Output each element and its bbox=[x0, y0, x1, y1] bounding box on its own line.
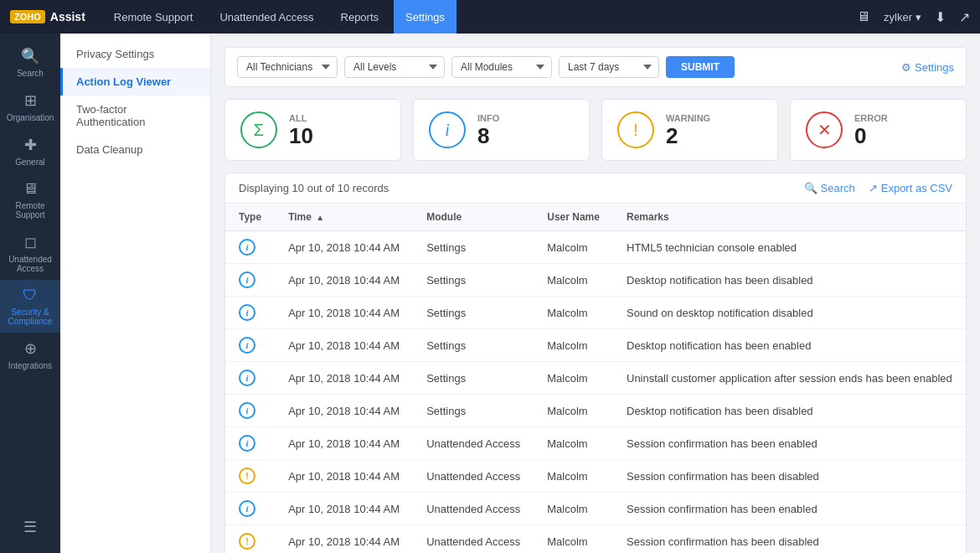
cell-type: i bbox=[225, 362, 275, 395]
cell-module: Unattended Access bbox=[413, 427, 534, 460]
stat-icon-error: ✕ bbox=[806, 111, 843, 148]
cell-user: Malcolm bbox=[534, 525, 613, 554]
cell-remarks: Sound on desktop notification disabled bbox=[613, 297, 966, 329]
col-username: User Name bbox=[534, 204, 613, 231]
cell-module: Unattended Access bbox=[413, 525, 534, 554]
type-icon-info: i bbox=[239, 239, 255, 256]
settings-link[interactable]: ⚙ Settings bbox=[901, 61, 954, 74]
export-action[interactable]: ↗ Export as CSV bbox=[869, 182, 952, 194]
app-logo: ZOHO Assist bbox=[10, 10, 85, 23]
cell-module: Settings bbox=[413, 395, 534, 427]
cell-type: i bbox=[225, 231, 275, 264]
log-table: Type Time ▲ Module User Name Remarks i A… bbox=[225, 204, 966, 553]
sidebar-item-remote-support[interactable]: 🖥 Remote Support bbox=[0, 173, 60, 226]
download-icon[interactable]: ⬇ bbox=[935, 9, 946, 25]
stat-value-all: 10 bbox=[289, 125, 313, 147]
sub-sidebar-two-factor-auth[interactable]: Two-factor Authentication bbox=[60, 96, 210, 136]
user-menu[interactable]: zylker ▾ bbox=[884, 11, 921, 23]
col-remarks: Remarks bbox=[613, 204, 966, 231]
sidebar-item-organisation[interactable]: ⊞ Organisation bbox=[0, 85, 60, 129]
user-dropdown-icon: ▾ bbox=[916, 11, 921, 23]
sub-sidebar: Privacy Settings Action Log Viewer Two-f… bbox=[60, 34, 211, 553]
general-icon: ✚ bbox=[24, 136, 37, 154]
sub-sidebar-data-cleanup[interactable]: Data Cleanup bbox=[60, 136, 210, 163]
stat-label-warning: WARNING bbox=[666, 113, 710, 123]
nav-remote-support[interactable]: Remote Support bbox=[102, 0, 205, 34]
stats-row: Σ ALL 10 i INFO 8 ! WARNING 2 bbox=[224, 99, 967, 161]
sidebar-label-general: General bbox=[15, 158, 45, 167]
date-filter[interactable]: Last 7 days bbox=[559, 56, 659, 78]
submit-button[interactable]: SUBMIT bbox=[666, 56, 735, 78]
sidebar-item-security[interactable]: 🛡 Security & Compliance bbox=[0, 280, 60, 333]
records-info: Displaying 10 out of 10 records bbox=[239, 182, 389, 194]
table-row: ! Apr 10, 2018 10:44 AM Unattended Acces… bbox=[225, 525, 966, 554]
cell-type: ! bbox=[225, 460, 275, 493]
table-row: i Apr 10, 2018 10:44 AM Settings Malcolm… bbox=[225, 231, 966, 264]
cell-user: Malcolm bbox=[534, 264, 613, 297]
nav-reports[interactable]: Reports bbox=[329, 0, 391, 34]
sidebar-label-remote-support: Remote Support bbox=[3, 201, 57, 220]
search-action[interactable]: 🔍 Search bbox=[804, 182, 855, 194]
type-icon-info: i bbox=[239, 370, 255, 386]
stat-icon-info: i bbox=[429, 111, 466, 148]
menu-icon: ☰ bbox=[23, 518, 37, 536]
col-time[interactable]: Time ▲ bbox=[275, 204, 413, 231]
sidebar-item-integrations[interactable]: ⊕ Integrations bbox=[0, 333, 60, 377]
cell-module: Settings bbox=[413, 329, 534, 362]
search-action-label: Search bbox=[821, 182, 855, 194]
stat-value-warning: 2 bbox=[666, 125, 710, 147]
cell-remarks: Session confirmation has been enabled bbox=[613, 427, 966, 460]
table-row: i Apr 10, 2018 10:44 AM Settings Malcolm… bbox=[225, 264, 966, 297]
module-filter[interactable]: All Modules bbox=[451, 56, 552, 78]
cell-user: Malcolm bbox=[534, 362, 613, 395]
type-icon-warning: ! bbox=[239, 468, 255, 484]
logo-zoho: ZOHO bbox=[10, 10, 45, 23]
sub-sidebar-privacy-settings[interactable]: Privacy Settings bbox=[60, 40, 210, 68]
cell-time: Apr 10, 2018 10:44 AM bbox=[275, 264, 413, 297]
sidebar-item-unattended-access[interactable]: ◻ Unattended Access bbox=[0, 226, 60, 280]
top-nav: ZOHO Assist Remote Support Unattended Ac… bbox=[0, 0, 980, 34]
cell-remarks: Session confirmation has been disabled bbox=[613, 460, 966, 493]
stat-label-info: INFO bbox=[477, 113, 499, 123]
cell-user: Malcolm bbox=[534, 231, 613, 264]
type-icon-info: i bbox=[239, 500, 255, 517]
table-section: Displaying 10 out of 10 records 🔍 Search… bbox=[224, 173, 967, 553]
col-module: Module bbox=[413, 204, 534, 231]
security-icon: 🛡 bbox=[23, 287, 38, 304]
sidebar-bottom-menu[interactable]: ☰ bbox=[20, 511, 40, 543]
username: zylker bbox=[884, 11, 912, 23]
sidebar: 🔍 Search ⊞ Organisation ✚ General 🖥 Remo… bbox=[0, 34, 60, 553]
app-name: Assist bbox=[50, 10, 85, 23]
cell-type: i bbox=[225, 427, 275, 460]
external-link-icon[interactable]: ↗ bbox=[959, 9, 970, 25]
filter-bar: All Technicians All Levels All Modules L… bbox=[224, 47, 967, 87]
stat-value-info: 8 bbox=[477, 125, 499, 147]
cell-module: Settings bbox=[413, 231, 534, 264]
sidebar-label-integrations: Integrations bbox=[8, 361, 52, 370]
sidebar-item-search[interactable]: 🔍 Search bbox=[0, 40, 60, 85]
table-row: i Apr 10, 2018 10:44 AM Unattended Acces… bbox=[225, 493, 966, 525]
type-icon-info: i bbox=[239, 304, 255, 321]
table-row: ! Apr 10, 2018 10:44 AM Unattended Acces… bbox=[225, 460, 966, 493]
cell-module: Settings bbox=[413, 362, 534, 395]
sub-sidebar-action-log-viewer[interactable]: Action Log Viewer bbox=[60, 68, 210, 96]
sidebar-label-organisation: Organisation bbox=[7, 113, 54, 122]
nav-settings[interactable]: Settings bbox=[394, 0, 456, 34]
sidebar-label-search: Search bbox=[17, 69, 44, 78]
level-filter[interactable]: All Levels bbox=[344, 56, 445, 78]
table-header-row: Type Time ▲ Module User Name Remarks bbox=[225, 204, 966, 231]
export-label: Export as CSV bbox=[881, 182, 952, 194]
technician-filter[interactable]: All Technicians bbox=[237, 56, 338, 78]
cell-remarks: Desktop notification has been enabled bbox=[613, 329, 966, 362]
cell-user: Malcolm bbox=[534, 297, 613, 329]
type-icon-info: i bbox=[239, 435, 255, 452]
sidebar-item-general[interactable]: ✚ General bbox=[0, 129, 60, 173]
type-icon-warning: ! bbox=[239, 533, 255, 550]
settings-link-label: Settings bbox=[915, 61, 954, 74]
cell-type: i bbox=[225, 297, 275, 329]
stat-icon-warning: ! bbox=[617, 111, 654, 148]
cell-user: Malcolm bbox=[534, 493, 613, 525]
nav-unattended-access[interactable]: Unattended Access bbox=[208, 0, 325, 34]
stat-info-error: ERROR 0 bbox=[854, 113, 888, 147]
cell-remarks: Desktop notification has been disabled bbox=[613, 395, 966, 427]
